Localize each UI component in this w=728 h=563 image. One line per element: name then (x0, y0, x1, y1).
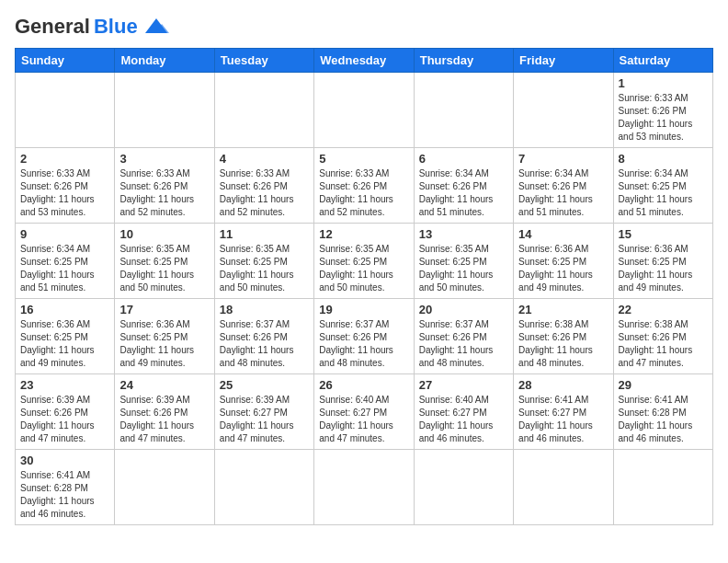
calendar-cell: 16Sunrise: 6:36 AM Sunset: 6:25 PM Dayli… (16, 299, 115, 374)
cell-info: Sunrise: 6:35 AM Sunset: 6:25 PM Dayligh… (220, 243, 309, 294)
calendar-cell: 4Sunrise: 6:33 AM Sunset: 6:26 PM Daylig… (214, 148, 313, 224)
calendar-cell (16, 73, 115, 148)
day-number: 2 (20, 152, 109, 166)
calendar-cell: 27Sunrise: 6:40 AM Sunset: 6:27 PM Dayli… (414, 374, 513, 450)
day-number: 1 (619, 76, 708, 90)
day-number: 4 (220, 152, 309, 166)
day-number: 17 (119, 303, 209, 316)
calendar-cell: 24Sunrise: 6:39 AM Sunset: 6:26 PM Dayli… (115, 374, 214, 450)
calendar-cell (414, 450, 513, 525)
calendar-cell: 28Sunrise: 6:41 AM Sunset: 6:27 PM Dayli… (514, 374, 613, 450)
calendar-cell (514, 450, 613, 525)
cell-info: Sunrise: 6:41 AM Sunset: 6:28 PM Dayligh… (619, 394, 708, 445)
calendar-table: SundayMondayTuesdayWednesdayThursdayFrid… (15, 48, 713, 525)
day-header-tuesday: Tuesday (214, 49, 313, 73)
calendar-cell: 5Sunrise: 6:33 AM Sunset: 6:26 PM Daylig… (314, 148, 414, 224)
calendar-cell: 18Sunrise: 6:37 AM Sunset: 6:26 PM Dayli… (214, 299, 313, 374)
calendar-cell: 2Sunrise: 6:33 AM Sunset: 6:26 PM Daylig… (16, 148, 115, 224)
day-number: 25 (220, 378, 309, 392)
calendar-cell: 23Sunrise: 6:39 AM Sunset: 6:26 PM Dayli… (16, 374, 115, 450)
day-number: 11 (220, 227, 309, 241)
calendar-week-row: 1Sunrise: 6:33 AM Sunset: 6:26 PM Daylig… (16, 73, 713, 148)
cell-info: Sunrise: 6:34 AM Sunset: 6:26 PM Dayligh… (419, 167, 508, 219)
calendar-header-row: SundayMondayTuesdayWednesdayThursdayFrid… (16, 49, 713, 73)
cell-info: Sunrise: 6:33 AM Sunset: 6:26 PM Dayligh… (119, 167, 209, 219)
calendar-cell: 21Sunrise: 6:38 AM Sunset: 6:26 PM Dayli… (514, 299, 613, 374)
calendar-cell (115, 450, 214, 525)
day-number: 9 (20, 227, 109, 241)
cell-info: Sunrise: 6:35 AM Sunset: 6:25 PM Dayligh… (319, 243, 408, 294)
calendar-cell: 26Sunrise: 6:40 AM Sunset: 6:27 PM Dayli… (314, 374, 414, 450)
day-number: 19 (319, 303, 408, 316)
calendar-cell (314, 73, 414, 148)
calendar-cell: 9Sunrise: 6:34 AM Sunset: 6:25 PM Daylig… (16, 224, 115, 299)
calendar-cell: 29Sunrise: 6:41 AM Sunset: 6:28 PM Dayli… (613, 374, 712, 450)
cell-info: Sunrise: 6:36 AM Sunset: 6:25 PM Dayligh… (20, 318, 109, 370)
calendar-week-row: 23Sunrise: 6:39 AM Sunset: 6:26 PM Dayli… (16, 374, 713, 450)
calendar-cell: 12Sunrise: 6:35 AM Sunset: 6:25 PM Dayli… (314, 224, 414, 299)
calendar-cell (613, 450, 712, 525)
calendar-cell: 22Sunrise: 6:38 AM Sunset: 6:26 PM Dayli… (613, 299, 712, 374)
page-header: General Blue (15, 15, 713, 39)
day-number: 30 (20, 454, 109, 467)
logo-icon (142, 17, 171, 37)
cell-info: Sunrise: 6:41 AM Sunset: 6:27 PM Dayligh… (518, 394, 608, 445)
day-number: 7 (518, 152, 608, 166)
calendar-cell: 10Sunrise: 6:35 AM Sunset: 6:25 PM Dayli… (115, 224, 214, 299)
calendar-cell: 7Sunrise: 6:34 AM Sunset: 6:26 PM Daylig… (514, 148, 613, 224)
day-header-saturday: Saturday (613, 49, 712, 73)
cell-info: Sunrise: 6:36 AM Sunset: 6:25 PM Dayligh… (119, 318, 209, 370)
day-header-thursday: Thursday (414, 49, 513, 73)
cell-info: Sunrise: 6:35 AM Sunset: 6:25 PM Dayligh… (419, 243, 508, 294)
calendar-cell (214, 450, 313, 525)
cell-info: Sunrise: 6:40 AM Sunset: 6:27 PM Dayligh… (419, 394, 508, 445)
calendar-cell: 30Sunrise: 6:41 AM Sunset: 6:28 PM Dayli… (16, 450, 115, 525)
cell-info: Sunrise: 6:33 AM Sunset: 6:26 PM Dayligh… (619, 92, 708, 144)
cell-info: Sunrise: 6:37 AM Sunset: 6:26 PM Dayligh… (220, 318, 309, 370)
day-number: 21 (518, 303, 608, 316)
calendar-cell (514, 73, 613, 148)
calendar-cell: 17Sunrise: 6:36 AM Sunset: 6:25 PM Dayli… (115, 299, 214, 374)
calendar-cell: 1Sunrise: 6:33 AM Sunset: 6:26 PM Daylig… (613, 73, 712, 148)
calendar-cell: 20Sunrise: 6:37 AM Sunset: 6:26 PM Dayli… (414, 299, 513, 374)
cell-info: Sunrise: 6:34 AM Sunset: 6:25 PM Dayligh… (619, 167, 708, 219)
calendar-cell: 3Sunrise: 6:33 AM Sunset: 6:26 PM Daylig… (115, 148, 214, 224)
day-number: 8 (619, 152, 708, 166)
day-number: 12 (319, 227, 408, 241)
day-number: 22 (619, 303, 708, 316)
cell-info: Sunrise: 6:33 AM Sunset: 6:26 PM Dayligh… (220, 167, 309, 219)
calendar-cell: 14Sunrise: 6:36 AM Sunset: 6:25 PM Dayli… (514, 224, 613, 299)
day-number: 10 (119, 227, 209, 241)
cell-info: Sunrise: 6:38 AM Sunset: 6:26 PM Dayligh… (619, 318, 708, 370)
cell-info: Sunrise: 6:33 AM Sunset: 6:26 PM Dayligh… (20, 167, 109, 219)
calendar-cell: 8Sunrise: 6:34 AM Sunset: 6:25 PM Daylig… (613, 148, 712, 224)
logo: General Blue (15, 15, 171, 39)
logo-blue-text: Blue (94, 15, 138, 39)
calendar-cell: 25Sunrise: 6:39 AM Sunset: 6:27 PM Dayli… (214, 374, 313, 450)
day-header-wednesday: Wednesday (314, 49, 414, 73)
day-number: 23 (20, 378, 109, 392)
cell-info: Sunrise: 6:36 AM Sunset: 6:25 PM Dayligh… (518, 243, 608, 294)
day-number: 15 (619, 227, 708, 241)
calendar-cell: 15Sunrise: 6:36 AM Sunset: 6:25 PM Dayli… (613, 224, 712, 299)
cell-info: Sunrise: 6:34 AM Sunset: 6:26 PM Dayligh… (518, 167, 608, 219)
cell-info: Sunrise: 6:37 AM Sunset: 6:26 PM Dayligh… (419, 318, 508, 370)
day-number: 13 (419, 227, 508, 241)
calendar-cell: 19Sunrise: 6:37 AM Sunset: 6:26 PM Dayli… (314, 299, 414, 374)
day-number: 24 (119, 378, 209, 392)
day-number: 27 (419, 378, 508, 392)
cell-info: Sunrise: 6:39 AM Sunset: 6:26 PM Dayligh… (119, 394, 209, 445)
cell-info: Sunrise: 6:34 AM Sunset: 6:25 PM Dayligh… (20, 243, 109, 294)
day-header-monday: Monday (115, 49, 214, 73)
day-header-sunday: Sunday (16, 49, 115, 73)
cell-info: Sunrise: 6:40 AM Sunset: 6:27 PM Dayligh… (319, 394, 408, 445)
day-number: 6 (419, 152, 508, 166)
calendar-week-row: 2Sunrise: 6:33 AM Sunset: 6:26 PM Daylig… (16, 148, 713, 224)
calendar-week-row: 16Sunrise: 6:36 AM Sunset: 6:25 PM Dayli… (16, 299, 713, 374)
cell-info: Sunrise: 6:36 AM Sunset: 6:25 PM Dayligh… (619, 243, 708, 294)
cell-info: Sunrise: 6:41 AM Sunset: 6:28 PM Dayligh… (20, 469, 109, 521)
calendar-cell (214, 73, 313, 148)
calendar-week-row: 30Sunrise: 6:41 AM Sunset: 6:28 PM Dayli… (16, 450, 713, 525)
logo-general-text: General (15, 15, 90, 39)
day-number: 26 (319, 378, 408, 392)
